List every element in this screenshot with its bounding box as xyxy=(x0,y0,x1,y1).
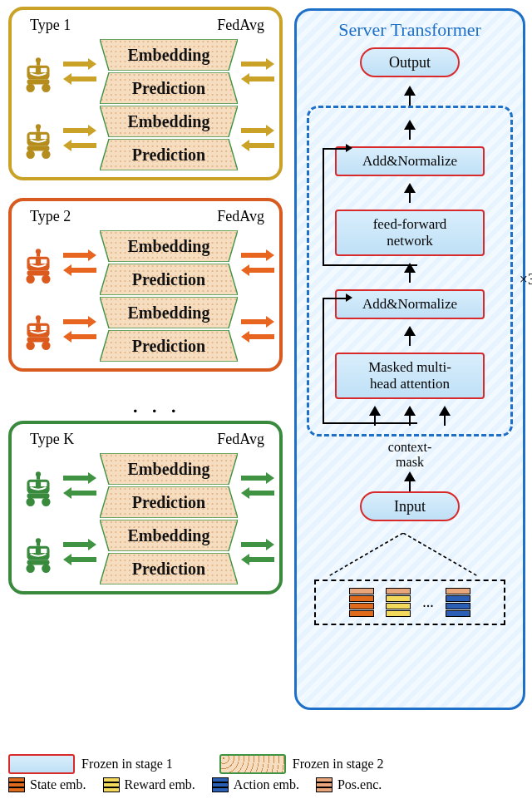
arrow-right-icon xyxy=(241,249,274,261)
svg-rect-46 xyxy=(41,482,47,486)
masked-mha: Masked multi- head attention xyxy=(335,353,485,399)
context-mask: context- mask xyxy=(360,441,460,471)
reward-emb-stack xyxy=(386,588,411,617)
robot-icon xyxy=(17,116,60,160)
type2-label: Type 2 xyxy=(30,208,71,225)
svg-point-6 xyxy=(26,84,34,92)
svg-line-64 xyxy=(403,533,478,576)
add-normalize-1: Add&Normalize xyxy=(335,146,485,176)
svg-point-28 xyxy=(26,275,34,284)
clients-ellipsis: . . . xyxy=(133,396,181,417)
arrow-right-icon xyxy=(63,539,96,550)
svg-point-59 xyxy=(42,565,50,573)
arrow-left-icon xyxy=(241,554,274,565)
svg-point-38 xyxy=(26,342,34,350)
add-normalize-2: Add&Normalize xyxy=(335,289,485,319)
svg-rect-56 xyxy=(41,549,47,553)
robot-icon xyxy=(17,308,60,351)
svg-rect-26 xyxy=(41,259,47,264)
svg-rect-16 xyxy=(41,135,47,139)
prediction-module: Prediction xyxy=(100,72,238,104)
embedding-module: Embedding xyxy=(100,453,238,485)
frozen-stage2-label: Frozen in stage 2 xyxy=(293,757,384,772)
prediction-module: Prediction xyxy=(100,553,238,584)
svg-rect-33 xyxy=(37,320,40,323)
arrow-left-icon xyxy=(241,487,274,499)
feed-forward: feed-forward network xyxy=(335,210,485,256)
arrow-left-icon xyxy=(241,140,274,151)
reward-emb-label: Reward emb. xyxy=(125,777,195,792)
embedding-module: Embedding xyxy=(100,106,238,137)
fan-lines xyxy=(303,533,503,576)
frozen-stage1-swatch xyxy=(8,754,75,774)
input-node: Input xyxy=(360,491,460,521)
embedding-stacks: ... xyxy=(314,580,505,625)
server-title: Server Transformer xyxy=(303,19,516,41)
svg-rect-1 xyxy=(37,62,40,66)
svg-point-29 xyxy=(42,275,50,284)
typeK-fedavg: FedAvg xyxy=(217,431,264,448)
robot-icon xyxy=(17,530,60,574)
svg-rect-36 xyxy=(41,326,47,330)
svg-point-7 xyxy=(42,84,50,92)
svg-rect-43 xyxy=(37,476,40,480)
action-emb-label: Action emb. xyxy=(234,777,299,792)
svg-rect-25 xyxy=(30,259,36,264)
prediction-module: Prediction xyxy=(100,330,238,362)
arrow-left-icon xyxy=(63,140,96,151)
svg-rect-23 xyxy=(37,254,40,257)
embedding-module: Embedding xyxy=(100,297,238,328)
arrow-left-icon xyxy=(63,73,96,85)
arrow-right-icon xyxy=(63,472,96,484)
arrow-left-icon xyxy=(63,554,96,565)
robot-icon xyxy=(17,464,60,507)
client-type1: Type 1 FedAvg Embedding Prediction Embed… xyxy=(8,7,283,180)
pos-enc-label: Pos.enc. xyxy=(337,777,382,792)
arrow-left-icon xyxy=(63,331,96,343)
stack-multiplier: ×3 xyxy=(520,271,532,289)
arrow-left-icon xyxy=(241,73,274,85)
emb-ellipsis: ... xyxy=(422,594,434,611)
type1-fedavg: FedAvg xyxy=(217,17,264,34)
arrow-right-icon xyxy=(63,316,96,328)
svg-point-18 xyxy=(26,150,34,159)
server-transformer: Server Transformer Output ×3 Add&Normali… xyxy=(294,8,525,710)
output-node: Output xyxy=(360,47,460,77)
svg-rect-45 xyxy=(30,482,36,486)
arrow-right-icon xyxy=(63,125,96,136)
diagram-root: Type 1 FedAvg Embedding Prediction Embed… xyxy=(0,0,532,799)
arrow-left-icon xyxy=(241,264,274,276)
arrow-left-icon xyxy=(63,264,96,276)
svg-point-48 xyxy=(26,498,34,506)
client-type2: Type 2 FedAvg Embedding Prediction Embed… xyxy=(8,198,283,372)
frozen-stage1-label: Frozen in stage 1 xyxy=(81,757,173,772)
svg-point-19 xyxy=(42,150,50,159)
arrow-right-icon xyxy=(241,539,274,550)
client-typeK: Type K FedAvg Embedding Prediction Embed… xyxy=(8,421,283,594)
svg-rect-35 xyxy=(30,326,36,330)
svg-rect-15 xyxy=(30,135,36,139)
robot-icon xyxy=(17,50,60,93)
svg-line-63 xyxy=(328,533,403,576)
state-emb-label: State emb. xyxy=(30,777,86,792)
arrow-right-icon xyxy=(63,58,96,70)
action-emb-stack xyxy=(446,588,470,617)
arrow-right-icon xyxy=(241,58,274,70)
typeK-label: Type K xyxy=(30,431,74,448)
embedding-module: Embedding xyxy=(100,230,238,262)
svg-rect-53 xyxy=(37,543,40,546)
embedding-module: Embedding xyxy=(100,39,238,71)
robot-icon xyxy=(17,241,60,284)
arrow-right-icon xyxy=(241,316,274,328)
arrow-right-icon xyxy=(63,249,96,261)
prediction-module: Prediction xyxy=(100,139,238,170)
svg-point-58 xyxy=(26,565,34,573)
arrow-left-icon xyxy=(63,487,96,499)
state-emb-stack xyxy=(349,588,374,617)
prediction-module: Prediction xyxy=(100,486,238,518)
prediction-module: Prediction xyxy=(100,264,238,295)
svg-point-49 xyxy=(42,498,50,506)
arrow-right-icon xyxy=(241,125,274,136)
svg-rect-55 xyxy=(30,549,36,553)
transformer-stack: ×3 Add&Normalize feed-forward network Ad… xyxy=(307,106,513,436)
